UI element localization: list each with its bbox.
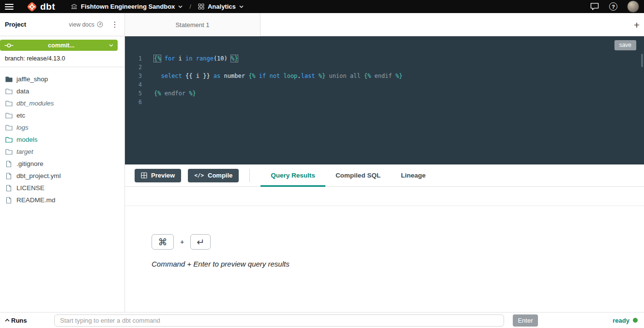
chat-icon[interactable] <box>590 2 599 11</box>
file-tree: jaffle_shopdatadbt_modulesetclogsmodelst… <box>0 67 124 206</box>
line-number: 2 <box>125 63 142 72</box>
project-switcher[interactable]: Analytics <box>198 3 244 10</box>
kebab-menu-icon[interactable]: ⋮ <box>111 21 119 29</box>
runs-label: Runs <box>11 317 27 324</box>
new-tab-button[interactable]: + <box>634 19 640 30</box>
status-indicator: ready <box>613 313 638 328</box>
tree-item-label: README.md <box>16 196 55 204</box>
code-line: 5{% endfor %} <box>125 89 638 98</box>
toolbar-divider <box>249 169 250 182</box>
sidebar-header: Project view docs ⋮ <box>0 13 124 36</box>
tree-item-label: target <box>16 148 33 155</box>
preview-button[interactable]: Preview <box>135 169 181 182</box>
tree-item-label: jaffle_shop <box>16 75 48 83</box>
tree-item-.gitignore[interactable]: .gitignore <box>0 158 124 170</box>
preview-grid-icon <box>141 172 147 179</box>
file-icon <box>5 161 13 167</box>
chevron-down-icon <box>109 44 113 47</box>
results-subdivider <box>125 206 644 206</box>
results-tab-compiled-sql[interactable]: Compiled SQL <box>325 164 391 187</box>
folder-icon <box>5 89 13 94</box>
code-line: 1{% for i in range(10) %} <box>125 54 638 63</box>
line-number: 3 <box>125 72 142 80</box>
folder-icon <box>5 113 13 119</box>
file-icon <box>5 197 13 204</box>
code-text[interactable]: {% for i in range(10) %} <box>142 54 238 63</box>
breadcrumb-separator: / <box>189 3 191 10</box>
code-text[interactable]: {% endfor %} <box>142 89 196 98</box>
code-editor[interactable]: save 1{% for i in range(10) %}23 select … <box>125 36 644 164</box>
dbt-command-input[interactable] <box>54 314 504 327</box>
code-text[interactable] <box>142 80 154 89</box>
tree-item-dbt_project.yml[interactable]: dbt_project.yml <box>0 170 124 182</box>
account-switcher[interactable]: Fishtown Engineering Sandbox <box>71 3 183 10</box>
tree-item-logs[interactable]: logs <box>0 121 124 134</box>
runs-toggle[interactable]: Runs <box>5 313 27 328</box>
preview-button-label: Preview <box>151 172 175 179</box>
building-icon <box>71 3 77 10</box>
code-lines: 1{% for i in range(10) %}23 select {{ i … <box>125 54 638 106</box>
tree-item-label: dbt_modules <box>16 100 54 107</box>
code-text[interactable] <box>142 63 154 72</box>
file-icon <box>5 173 13 179</box>
code-text[interactable] <box>142 98 154 106</box>
view-docs-link[interactable]: view docs <box>69 21 103 28</box>
line-number: 1 <box>125 54 142 63</box>
grid-icon <box>198 3 204 10</box>
dbt-logo[interactable]: dbt <box>26 1 55 13</box>
tree-item-label: .gitignore <box>16 160 44 167</box>
folder-icon <box>5 76 13 82</box>
commit-button-label: commit... <box>14 42 109 49</box>
folder-icon <box>5 149 13 155</box>
results-tab-query-results[interactable]: Query Results <box>261 164 325 187</box>
results-tab-lineage[interactable]: Lineage <box>391 164 436 187</box>
chevron-down-icon <box>239 5 244 8</box>
tab-label: Statement 1 <box>175 21 209 29</box>
status-dot <box>633 318 638 323</box>
account-name: Fishtown Engineering Sandbox <box>81 3 175 10</box>
tree-item-label: etc <box>16 112 25 119</box>
tree-item-LICENSE[interactable]: LICENSE <box>0 182 124 194</box>
code-line: 4 <box>125 80 638 89</box>
folder-icon <box>5 137 13 143</box>
tree-item-target[interactable]: target <box>0 146 124 158</box>
tree-item-models[interactable]: models <box>0 134 124 146</box>
tree-item-label: data <box>16 88 29 95</box>
chevron-down-icon <box>178 5 183 8</box>
tree-item-README.md[interactable]: README.md <box>0 194 124 206</box>
enter-button[interactable]: Enter <box>513 314 538 327</box>
tree-item-jaffle_shop[interactable]: jaffle_shop <box>0 73 124 85</box>
line-number: 5 <box>125 89 142 98</box>
tab-statement-1[interactable]: Statement 1 <box>125 13 261 36</box>
project-sidebar: Project view docs ⋮ commit... branch: re… <box>0 13 125 312</box>
code-icon: </> <box>194 172 204 179</box>
avatar[interactable] <box>627 0 639 13</box>
results-tabs: Query ResultsCompiled SQLLineage <box>261 164 436 187</box>
tree-item-etc[interactable]: etc <box>0 109 124 121</box>
status-label: ready <box>613 317 629 324</box>
line-number: 6 <box>125 98 142 106</box>
tree-item-data[interactable]: data <box>0 85 124 97</box>
hint-text: Command + Enter to preview query results <box>152 260 290 268</box>
branch-label: branch: release/4.13.0 <box>5 55 120 62</box>
dbt-flame-icon <box>26 1 38 13</box>
tree-item-label: dbt_project.yml <box>16 172 61 179</box>
help-icon[interactable]: ? <box>609 2 617 11</box>
editor-tabstrip: Statement 1 + <box>125 13 644 36</box>
compile-button[interactable]: </> Compile <box>188 169 239 182</box>
file-icon <box>5 185 13 192</box>
commit-button[interactable]: commit... <box>0 40 118 51</box>
editor-scrollbar[interactable] <box>641 54 643 67</box>
tree-item-dbt_modules[interactable]: dbt_modules <box>0 97 124 109</box>
code-line: 3 select {{ i }} as number {% if not loo… <box>125 72 638 80</box>
save-button[interactable]: save <box>614 40 636 50</box>
commit-icon <box>4 43 14 48</box>
results-toolbar: Preview </> Compile Query ResultsCompile… <box>125 164 644 187</box>
plus-separator: + <box>180 238 184 246</box>
tree-item-label: LICENSE <box>16 184 45 192</box>
tree-item-label: models <box>16 136 38 143</box>
folder-icon <box>5 125 13 131</box>
topbar: dbt Fishtown Engineering Sandbox / Analy… <box>0 0 644 13</box>
code-text[interactable]: select {{ i }} as number {% if not loop.… <box>142 72 402 80</box>
hamburger-menu-icon[interactable] <box>5 4 14 10</box>
